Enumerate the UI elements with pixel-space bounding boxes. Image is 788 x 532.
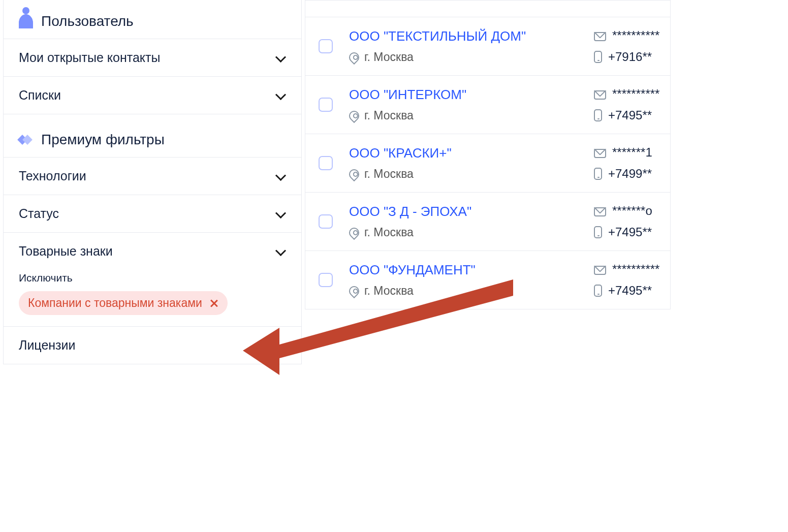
chevron-down-icon <box>275 340 286 351</box>
filter-label: Технологии <box>19 169 86 183</box>
premium-section-header: Премиум фильтры <box>4 114 301 157</box>
premium-icon <box>19 134 33 145</box>
phone-masked: +7495** <box>608 225 652 239</box>
pin-icon <box>347 225 361 239</box>
user-section-title: Пользователь <box>41 13 134 29</box>
email-line[interactable]: ********** <box>594 28 670 43</box>
chevron-down-icon <box>275 171 286 182</box>
trademarks-expanded: Исключить Компании с товарными знаками <box>4 270 301 326</box>
pin-icon <box>347 50 361 64</box>
table-row: ООО "КРАСКИ+"г. Москва*******1+7499** <box>305 134 671 193</box>
close-icon[interactable] <box>209 299 218 308</box>
phone-icon <box>594 109 602 121</box>
chevron-down-icon <box>275 208 286 220</box>
filter-my-contacts[interactable]: Мои открытые контакты <box>4 39 301 76</box>
pin-icon <box>347 167 361 181</box>
filter-lists[interactable]: Списки <box>4 76 301 114</box>
chevron-down-icon <box>275 52 286 64</box>
filter-trademarks[interactable]: Товарные знаки <box>4 232 301 270</box>
filter-licenses[interactable]: Лицензии <box>4 326 301 364</box>
email-masked: ********** <box>612 28 659 43</box>
company-link[interactable]: ООО "ИНТЕРКОМ" <box>349 87 578 103</box>
user-icon <box>19 14 33 28</box>
company-link[interactable]: ООО "КРАСКИ+" <box>349 145 578 161</box>
filter-label: Мои открытые контакты <box>19 50 160 65</box>
city: г. Москва <box>364 167 414 181</box>
row-checkbox[interactable] <box>319 214 333 229</box>
row-checkbox[interactable] <box>319 39 333 53</box>
mail-icon <box>594 32 606 41</box>
email-masked: *******o <box>612 204 652 218</box>
email-masked: *******1 <box>612 145 652 160</box>
filter-label: Лицензии <box>19 338 76 353</box>
table-row: ООО "З Д - ЭПОХА"г. Москва*******o+7495*… <box>305 193 671 251</box>
row-checkbox[interactable] <box>319 273 333 287</box>
row-checkbox[interactable] <box>319 98 333 112</box>
phone-line[interactable]: +7495** <box>594 284 670 298</box>
company-location: г. Москва <box>349 167 578 181</box>
company-location: г. Москва <box>349 50 578 64</box>
mail-icon <box>594 266 606 275</box>
list-header-stub <box>305 0 671 17</box>
company-link[interactable]: ООО "ТЕКСТИЛЬНЫЙ ДОМ" <box>349 28 578 44</box>
filter-technologies[interactable]: Технологии <box>4 157 301 195</box>
table-row: ООО "ФУНДАМЕНТ"г. Москва**********+7495*… <box>305 251 671 309</box>
filter-status[interactable]: Статус <box>4 195 301 232</box>
pin-icon <box>347 284 361 298</box>
mail-icon <box>594 207 606 216</box>
phone-line[interactable]: +7495** <box>594 225 670 239</box>
phone-icon <box>594 168 602 180</box>
phone-masked: +7495** <box>608 108 652 122</box>
phone-masked: +7916** <box>608 50 652 64</box>
city: г. Москва <box>364 284 414 298</box>
phone-line[interactable]: +7499** <box>594 167 670 181</box>
company-location: г. Москва <box>349 226 578 239</box>
phone-masked: +7499** <box>608 167 652 181</box>
row-checkbox[interactable] <box>319 156 333 170</box>
filter-label: Списки <box>19 88 61 103</box>
table-row: ООО "ИНТЕРКОМ"г. Москва**********+7495** <box>305 76 671 134</box>
chevron-down-icon <box>275 90 286 101</box>
filter-label: Статус <box>19 206 59 221</box>
email-line[interactable]: ********** <box>594 262 670 276</box>
premium-section-title: Премиум фильтры <box>41 132 165 148</box>
phone-icon <box>594 51 602 63</box>
phone-line[interactable]: +7495** <box>594 108 670 122</box>
company-location: г. Москва <box>349 109 578 122</box>
phone-icon <box>594 226 602 238</box>
email-masked: ********** <box>612 87 659 101</box>
email-line[interactable]: *******1 <box>594 145 670 160</box>
phone-icon <box>594 285 602 297</box>
city: г. Москва <box>364 109 414 122</box>
filter-label: Товарные знаки <box>19 244 113 259</box>
phone-line[interactable]: +7916** <box>594 50 670 64</box>
results-list: ООО "ТЕКСТИЛЬНЫЙ ДОМ"г. Москва**********… <box>305 0 671 309</box>
mail-icon <box>594 90 606 100</box>
email-masked: ********** <box>612 262 659 276</box>
phone-masked: +7495** <box>608 284 652 298</box>
email-line[interactable]: *******o <box>594 204 670 218</box>
company-link[interactable]: ООО "З Д - ЭПОХА" <box>349 204 578 220</box>
mail-icon <box>594 149 606 158</box>
city: г. Москва <box>364 226 414 239</box>
city: г. Москва <box>364 50 414 64</box>
exclude-chip-trademarks[interactable]: Компании с товарными знаками <box>19 291 228 315</box>
chevron-down-icon <box>275 246 286 257</box>
email-line[interactable]: ********** <box>594 87 670 101</box>
company-location: г. Москва <box>349 284 578 298</box>
company-link[interactable]: ООО "ФУНДАМЕНТ" <box>349 262 578 278</box>
sidebar-filters: Пользователь Мои открытые контакты Списк… <box>3 0 302 364</box>
chip-label: Компании с товарными знаками <box>28 296 202 310</box>
user-section-header: Пользователь <box>4 0 301 39</box>
table-row: ООО "ТЕКСТИЛЬНЫЙ ДОМ"г. Москва**********… <box>305 17 671 76</box>
exclude-label: Исключить <box>19 270 286 291</box>
pin-icon <box>347 108 361 122</box>
